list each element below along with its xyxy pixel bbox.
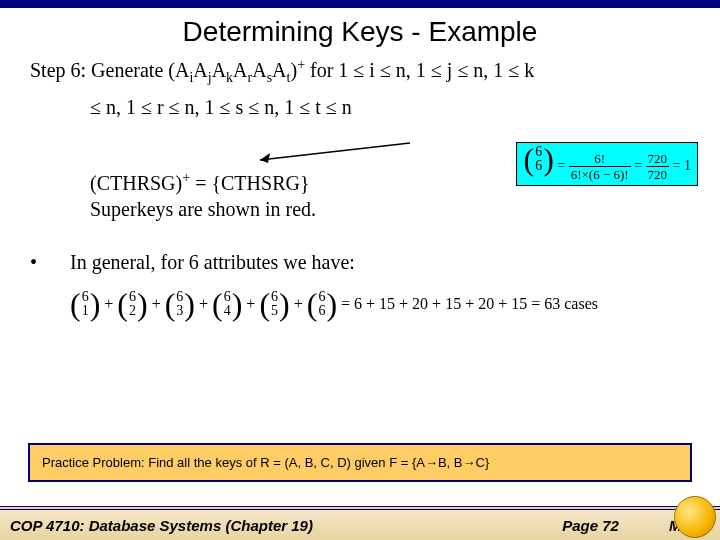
- formula-binom: (66): [523, 145, 553, 173]
- b4-bot: 4: [224, 304, 231, 318]
- combo-eq: = 6 + 15 + 20 + 15 + 20 + 15 = 63 cases: [341, 295, 598, 313]
- footer-course: COP 4710: Database Systems (Chapter 19): [10, 517, 562, 534]
- b3-top: 6: [176, 290, 183, 304]
- step-label: Step 6: Generate (A: [30, 59, 189, 81]
- binom-5: (65): [259, 290, 289, 318]
- footer: COP 4710: Database Systems (Chapter 19) …: [0, 506, 720, 540]
- slide-body: Step 6: Generate (AiAjAkArAsAt)+ for 1 ≤…: [0, 56, 720, 318]
- ucf-logo-icon: [674, 496, 716, 538]
- b1-bot: 1: [82, 304, 89, 318]
- step-a4: A: [233, 59, 247, 81]
- frac-2: 720720: [646, 151, 670, 183]
- closure-result: = {CTHSRG}: [190, 171, 309, 193]
- f-eq3: = 1: [673, 158, 691, 173]
- f-den2: 720: [646, 167, 670, 183]
- fb-top: 6: [535, 145, 542, 159]
- bullet-dot: •: [30, 249, 70, 276]
- step-line-1: Step 6: Generate (AiAjAkArAsAt)+ for 1 ≤…: [30, 56, 690, 88]
- footer-page: Page 72: [562, 517, 619, 534]
- b1-top: 6: [82, 290, 89, 304]
- combo-formula: (61) + (62) + (63) + (64) + (65) + (66) …: [70, 290, 690, 318]
- f-eq2: =: [634, 158, 642, 173]
- practice-box: Practice Problem: Find all the keys of R…: [28, 443, 692, 482]
- step-a2: A: [193, 59, 207, 81]
- b2-top: 6: [129, 290, 136, 304]
- binom-1: (61): [70, 290, 100, 318]
- step-for: for 1 ≤ i ≤ n, 1 ≤ j ≤ n, 1 ≤ k: [305, 59, 534, 81]
- formula-box: (66) = 6!6!×(6 − 6)! = 720720 = 1: [516, 142, 698, 186]
- f-den1: 6!×(6 − 6)!: [569, 167, 631, 183]
- b5-bot: 5: [271, 304, 278, 318]
- step-a6: A: [272, 59, 286, 81]
- step-line-2: ≤ n, 1 ≤ r ≤ n, 1 ≤ s ≤ n, 1 ≤ t ≤ n: [30, 94, 690, 121]
- closure-sup: +: [182, 170, 190, 185]
- svg-line-0: [260, 143, 410, 160]
- b4-top: 6: [224, 290, 231, 304]
- fb-bot: 6: [535, 159, 542, 173]
- binom-6: (66): [307, 290, 337, 318]
- plus-3: +: [199, 295, 208, 313]
- b2-bot: 2: [129, 304, 136, 318]
- combo-row: (61) + (62) + (63) + (64) + (65) + (66) …: [30, 290, 690, 318]
- b6-bot: 6: [318, 304, 325, 318]
- f-num1: 6!: [569, 151, 631, 168]
- closure-line-2: Superkeys are shown in red.: [90, 196, 690, 223]
- binom-3: (63): [165, 290, 195, 318]
- binom-2: (62): [117, 290, 147, 318]
- plus-1: +: [104, 295, 113, 313]
- step-a3: A: [212, 59, 226, 81]
- plus-2: +: [152, 295, 161, 313]
- f-eq1: =: [557, 158, 565, 173]
- svg-marker-1: [260, 153, 270, 163]
- b3-bot: 3: [176, 304, 183, 318]
- step-plus: +: [297, 57, 305, 72]
- b5-top: 6: [271, 290, 278, 304]
- step-a5: A: [252, 59, 266, 81]
- f-num2: 720: [646, 151, 670, 168]
- bullet-row: • In general, for 6 attributes we have:: [30, 249, 690, 276]
- plus-4: +: [246, 295, 255, 313]
- slide-title: Determining Keys - Example: [0, 16, 720, 48]
- frac-1: 6!6!×(6 − 6)!: [569, 151, 631, 183]
- binom-4: (64): [212, 290, 242, 318]
- bullet-text: In general, for 6 attributes we have:: [70, 249, 355, 276]
- b6-top: 6: [318, 290, 325, 304]
- plus-5: +: [294, 295, 303, 313]
- slide: Determining Keys - Example Step 6: Gener…: [0, 0, 720, 540]
- closure-base: (CTHRSG): [90, 171, 182, 193]
